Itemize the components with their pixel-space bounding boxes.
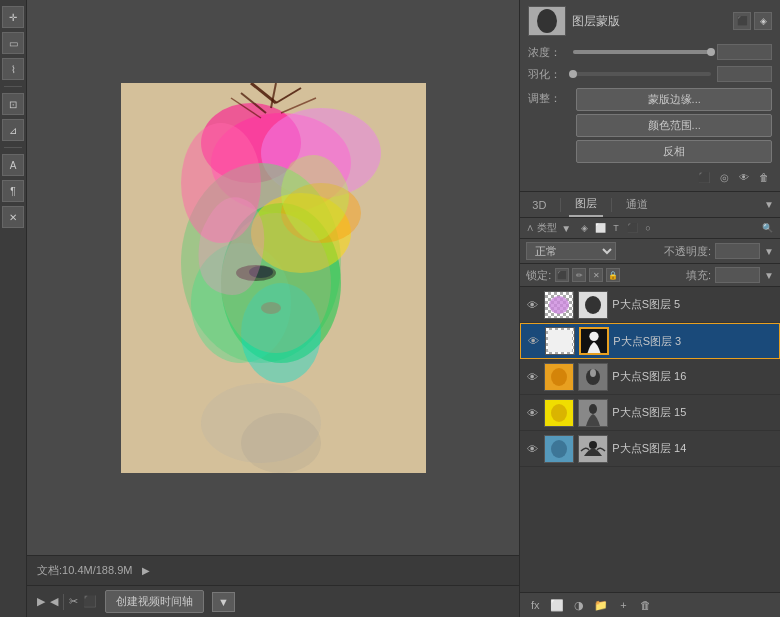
- opacity-arrow[interactable]: ▼: [764, 246, 774, 257]
- layer-16-visibility[interactable]: 👁: [524, 369, 540, 385]
- create-timeline-btn[interactable]: 创建视频时间轴: [105, 590, 204, 613]
- layer-14-thumb: [544, 435, 574, 463]
- feather-value[interactable]: 0.0 像素: [717, 66, 772, 82]
- layer-item-3[interactable]: 👁: [520, 323, 780, 359]
- eyedropper-tool[interactable]: ⊿: [2, 119, 24, 141]
- lock-pixel[interactable]: ⬛: [555, 268, 569, 282]
- density-value[interactable]: 100%: [717, 44, 772, 60]
- lock-move[interactable]: ✕: [589, 268, 603, 282]
- mask-panel: 图层蒙版 ⬛ ◈ 浓度： 100%: [520, 0, 780, 192]
- filter-icon-adj[interactable]: ⬜: [593, 221, 607, 235]
- svg-point-15: [261, 302, 281, 314]
- mask-edge-btn[interactable]: 蒙版边缘...: [576, 88, 772, 111]
- mask-icon-1[interactable]: ⬛: [733, 12, 751, 30]
- tab-sep-2: [611, 198, 612, 212]
- layer-15-thumb2: [578, 399, 608, 427]
- timeline-dropdown[interactable]: ▼: [212, 592, 235, 612]
- tab-right: ▼: [764, 199, 774, 210]
- filter-icon-smart[interactable]: ○: [641, 221, 655, 235]
- invert-btn[interactable]: 反相: [576, 140, 772, 163]
- layers-mode-row: 正常 不透明度: 100% ▼: [520, 239, 780, 264]
- mask-title: 图层蒙版: [572, 13, 620, 30]
- mask-title-row: 图层蒙版: [528, 6, 620, 36]
- color-range-btn[interactable]: 颜色范围...: [576, 114, 772, 137]
- layer-5-visibility[interactable]: 👁: [524, 297, 540, 313]
- fill-input[interactable]: 100%: [715, 267, 760, 283]
- layer-3-visibility[interactable]: 👁: [525, 333, 541, 349]
- camera-btn[interactable]: ⬛: [83, 595, 97, 608]
- play-btn[interactable]: ▶: [37, 595, 45, 608]
- layer-15-visibility[interactable]: 👁: [524, 405, 540, 421]
- layer-item-16[interactable]: 👁 P大点S图层 16: [520, 359, 780, 395]
- filter-label: ∧ 类型: [526, 221, 557, 235]
- filter-dropdown[interactable]: ▼: [561, 223, 571, 234]
- mask-action-visibility[interactable]: 👁: [736, 169, 752, 185]
- layer-16-thumb: [544, 363, 574, 391]
- tab-3d[interactable]: 3D: [526, 195, 552, 215]
- mask-icon-2[interactable]: ◈: [754, 12, 772, 30]
- new-fill-btn[interactable]: ⬜: [548, 596, 566, 614]
- tool-divider-1: [4, 86, 22, 87]
- layer-15-name: P大点S图层 15: [612, 405, 776, 420]
- layer-3-thumb: [545, 327, 575, 355]
- density-thumb[interactable]: [707, 48, 715, 56]
- layer-14-visibility[interactable]: 👁: [524, 441, 540, 457]
- adjustment-btn[interactable]: ◑: [570, 596, 588, 614]
- doc-info-arrow[interactable]: ▶: [142, 565, 150, 576]
- rectangle-tool[interactable]: ▭: [2, 32, 24, 54]
- layer-item-14[interactable]: 👁: [520, 431, 780, 467]
- fill-arrow[interactable]: ▼: [764, 270, 774, 281]
- svg-point-40: [551, 404, 567, 422]
- layer-5-thumb: [544, 291, 574, 319]
- canvas-bottom-bar: 文档:10.4M/188.9M ▶: [27, 555, 519, 585]
- brush-tool[interactable]: A: [2, 154, 24, 176]
- layer-15-thumb: [544, 399, 574, 427]
- layer-16-name: P大点S图层 16: [612, 369, 776, 384]
- canvas-workspace[interactable]: [27, 0, 519, 555]
- layer-14-name: P大点S图层 14: [612, 441, 776, 456]
- search-icon[interactable]: 🔍: [760, 221, 774, 235]
- lock-row: 锁定: ⬛ ✏ ✕ 🔒 填充: 100% ▼: [520, 264, 780, 287]
- svg-point-27: [549, 296, 569, 314]
- opacity-input[interactable]: 100%: [715, 243, 760, 259]
- lasso-tool[interactable]: ⌇: [2, 58, 24, 80]
- move-tool[interactable]: ✛: [2, 6, 24, 28]
- svg-point-23: [241, 413, 321, 473]
- prev-btn[interactable]: ◀: [50, 595, 58, 608]
- tab-sep-1: [560, 198, 561, 212]
- text-tool[interactable]: ¶: [2, 180, 24, 202]
- mask-action-delete[interactable]: 🗑: [756, 169, 772, 185]
- new-layer-btn[interactable]: +: [614, 596, 632, 614]
- tab-channels[interactable]: 通道: [620, 193, 654, 216]
- mask-thumb: [528, 6, 566, 36]
- blend-mode-select[interactable]: 正常: [526, 242, 616, 260]
- tab-layers[interactable]: 图层: [569, 192, 603, 217]
- mask-action-2[interactable]: ◎: [716, 169, 732, 185]
- lock-paint[interactable]: ✏: [572, 268, 586, 282]
- feather-slider[interactable]: [573, 72, 711, 76]
- svg-point-25: [537, 9, 557, 33]
- density-slider[interactable]: [573, 50, 711, 54]
- layer-item-15[interactable]: 👁 P大点S图层 15: [520, 395, 780, 431]
- delete-layer-btn[interactable]: 🗑: [636, 596, 654, 614]
- filter-icon-text[interactable]: T: [609, 221, 623, 235]
- mask-action-1[interactable]: ⬛: [696, 169, 712, 185]
- density-row: 浓度： 100%: [528, 44, 772, 60]
- feather-row: 羽化： 0.0 像素: [528, 66, 772, 82]
- settings-tool[interactable]: ✕: [2, 206, 24, 228]
- feather-thumb[interactable]: [569, 70, 577, 78]
- lock-all[interactable]: 🔒: [606, 268, 620, 282]
- fx-btn[interactable]: fx: [526, 596, 544, 614]
- filter-icon-pixel[interactable]: ◈: [577, 221, 591, 235]
- filter-icon-shape[interactable]: ⬛: [625, 221, 639, 235]
- panel-header-icons: ⬛ ◈: [733, 12, 772, 30]
- crop-tool[interactable]: ⊡: [2, 93, 24, 115]
- cut-btn[interactable]: ✂: [69, 595, 78, 608]
- layer-item-5[interactable]: 👁 P大点S图: [520, 287, 780, 323]
- layer-14-thumb2: [578, 435, 608, 463]
- group-btn[interactable]: 📁: [592, 596, 610, 614]
- tab-menu[interactable]: ▼: [764, 199, 774, 210]
- layer-3-name: P大点S图层 3: [613, 334, 775, 349]
- svg-point-46: [589, 441, 597, 449]
- filter-icons: ◈ ⬜ T ⬛ ○: [577, 221, 655, 235]
